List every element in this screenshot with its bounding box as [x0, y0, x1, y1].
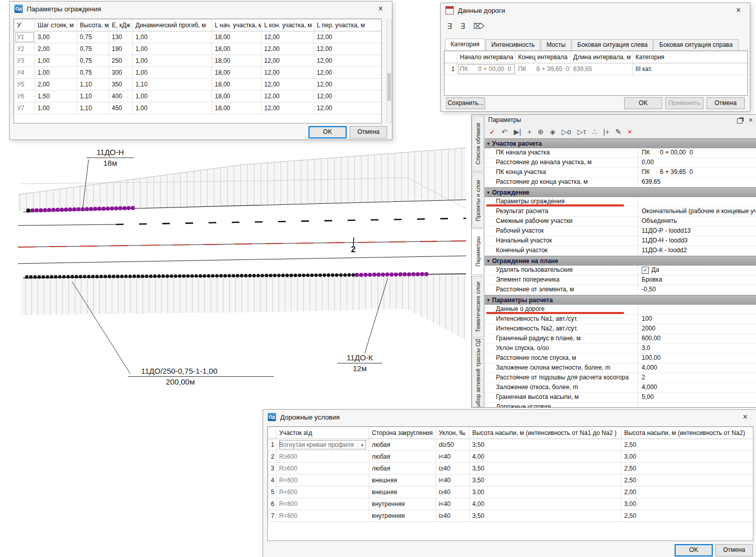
side-tab-3[interactable]: Тематические слои [472, 276, 484, 337]
fence-cell[interactable]: 12,00 [262, 31, 314, 43]
conditions-cell[interactable]: 3,50 [470, 439, 622, 451]
select-object-cursor-icon[interactable]: ▷o [562, 127, 572, 136]
fence-cell[interactable]: 1,10 [77, 79, 109, 91]
side-tab-0[interactable]: Список облаков [472, 116, 484, 171]
close-icon[interactable]: × [732, 6, 745, 15]
row-number[interactable]: 4 [268, 475, 277, 486]
fence-cell[interactable]: 300 [109, 67, 133, 79]
param-value[interactable]: -0,50 [638, 285, 756, 294]
fence-cell[interactable]: 12,00 [314, 102, 382, 114]
conditions-cell[interactable]: i≥40 [436, 463, 470, 475]
fence-cell[interactable]: 18,00 [212, 43, 262, 55]
fence-cell[interactable]: 18,00 [212, 91, 262, 102]
conditions-cell[interactable]: R<600 [277, 510, 369, 522]
fence-cell[interactable]: 0,75 [77, 31, 109, 43]
fence-cell[interactable]: 1,00 [35, 102, 77, 114]
fence-row-header[interactable]: У4 [14, 67, 35, 79]
fence-cell[interactable]: 1,00 [133, 67, 212, 79]
road-cell[interactable]: ПК 0 + 00,00 0 [457, 63, 516, 75]
param-row[interactable]: Интенсивность Na2, авт./сут.2000 [485, 324, 756, 334]
fence-cell[interactable]: 1,10 [133, 79, 212, 91]
conditions-cell[interactable]: внешняя [369, 486, 436, 498]
fence-column-header[interactable]: Е, кДж [109, 20, 133, 31]
apply-button[interactable]: Применить [665, 97, 703, 109]
param-row[interactable]: ПК начала участкаПК 0 + 00,00 0 [485, 148, 756, 158]
fence-column-header[interactable]: L нач. участка, м [212, 20, 262, 31]
fence-row-header[interactable]: У2 [14, 43, 35, 55]
fence-column-header[interactable]: Шаг стоек, м [35, 20, 77, 31]
param-value[interactable]: 600,00 [638, 334, 756, 343]
road-dialog-titlebar[interactable]: Данные дороги × [441, 3, 750, 18]
param-row[interactable]: Удалять пользовательские✓Да [485, 266, 756, 275]
row-number[interactable]: 6 [268, 498, 277, 510]
fence-cell[interactable]: 12,00 [314, 79, 382, 91]
param-row[interactable]: Граничная высота насыпи, м5,00 [485, 393, 756, 403]
add-interval-end-icon[interactable]: ∃ [460, 22, 465, 31]
fence-cell[interactable]: 12,00 [262, 55, 314, 67]
param-value[interactable]: 11ДО-К - loodd2 [638, 246, 756, 255]
conditions-cell[interactable]: 3,50 [470, 475, 622, 486]
fence-cell[interactable]: 1,00 [133, 55, 212, 67]
param-value[interactable]: 11ДО-Н - loodd3 [638, 236, 756, 246]
param-row[interactable]: Расстояние до конца участка, м639,65 [485, 178, 756, 187]
conditions-cell[interactable]: 4,00 [470, 451, 622, 463]
conditions-cell[interactable]: 2,50 [622, 510, 753, 522]
apply-icon[interactable]: ✓ [489, 127, 495, 136]
fence-cell[interactable]: 130 [109, 31, 133, 43]
conditions-column-header[interactable]: Уклон, ‰ [436, 427, 470, 439]
param-value[interactable]: 11ДО-Р - loodd13 [638, 227, 756, 236]
crosshair-plus-icon[interactable]: + [527, 127, 531, 136]
close-icon[interactable]: × [738, 412, 752, 422]
param-row[interactable]: Расстояние от подошвы для расчета косого… [485, 373, 756, 383]
conditions-cell[interactable]: 3,00 [622, 498, 753, 510]
fence-cell[interactable]: 0,75 [77, 55, 109, 67]
conditions-cell[interactable]: внешняя [369, 475, 436, 486]
go-to-end-icon[interactable]: ▶| [513, 127, 521, 136]
fence-cell[interactable]: 1,00 [133, 31, 212, 43]
fence-row-header[interactable]: У6 [14, 91, 35, 102]
fence-cell[interactable]: 18,00 [212, 102, 262, 114]
fence-column-header[interactable]: Динамический прогиб, м [133, 20, 212, 31]
fence-cell[interactable]: 350 [109, 79, 133, 91]
param-value[interactable]: ПК 6 + 39,65 0 [638, 168, 756, 177]
road-cell[interactable]: ПК 6 + 39,65 0 [516, 63, 571, 75]
fence-row-header[interactable]: У1 [14, 31, 35, 43]
conditions-cell[interactable]: 4,00 [470, 498, 622, 510]
row-number[interactable]: 3 [268, 463, 277, 475]
fence-cell[interactable]: 12,00 [262, 43, 314, 55]
fence-cell[interactable]: 12,00 [314, 31, 382, 43]
param-row[interactable]: Расстояние после спуска, м100,00 [485, 354, 756, 363]
ok-button[interactable]: OK [675, 544, 713, 556]
close-icon[interactable]: × [749, 116, 753, 124]
float-window-icon[interactable] [737, 118, 743, 124]
add-interval-begin-icon[interactable]: ∃ [447, 22, 452, 31]
tab-road-tab-2[interactable]: Мосты [541, 39, 571, 51]
param-value[interactable]: ПК 0 + 00,00 0 [638, 148, 756, 158]
fence-cell[interactable]: 450 [109, 102, 133, 114]
param-row[interactable]: Уклон спуска, о/оо3,0 [485, 344, 756, 354]
conditions-column-header[interactable]: Высота насыпи, м (интенсивность от Na1 д… [470, 427, 622, 439]
conditions-cell[interactable]: R≥600 [277, 463, 369, 475]
param-value[interactable]: 4,000 [638, 363, 756, 373]
fence-cell[interactable]: 18,00 [212, 67, 262, 79]
conditions-column-header[interactable]: Сторона закругления [369, 427, 436, 439]
conditions-cell[interactable]: R<600 [277, 475, 369, 486]
edit-nodes-icon[interactable]: ∴ [592, 127, 597, 136]
fence-column-header[interactable]: L кон. участка, м [262, 20, 314, 31]
conditions-cell[interactable]: R<600 [277, 498, 369, 510]
param-value[interactable] [638, 403, 756, 407]
param-group-header[interactable]: ▾Участок расчета [485, 138, 756, 148]
road-cell[interactable]: III кат. [633, 63, 748, 75]
fence-cell[interactable]: 1,10 [77, 102, 109, 114]
fence-cell[interactable]: 0,75 [77, 43, 109, 55]
conditions-cell[interactable]: i<40 [436, 451, 470, 463]
fence-cell[interactable]: 12,00 [314, 67, 382, 79]
param-group-header[interactable]: ▾Ограждение на плане [485, 256, 756, 266]
insert-node-icon[interactable]: |+ [603, 127, 609, 136]
dropdown-chevron-icon[interactable]: ▾ [358, 442, 366, 448]
fence-table-scrollbar[interactable] [386, 19, 392, 123]
param-value[interactable]: Бровка [638, 275, 756, 285]
conditions-cell[interactable]: любая [369, 463, 436, 475]
tab-road-tab-1[interactable]: Интенсивность [486, 39, 540, 51]
fence-cell[interactable]: 190 [109, 43, 133, 55]
